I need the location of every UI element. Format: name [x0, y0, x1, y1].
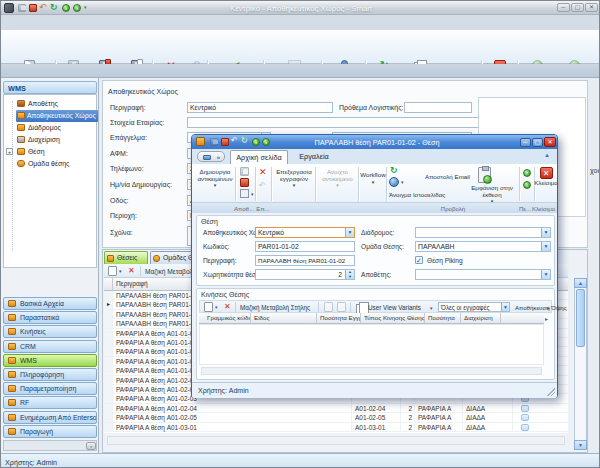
sidebar-section-header[interactable]: WMS [3, 81, 97, 94]
dialog-bulk-edit-button[interactable]: Μαζική Μεταβολή Στήλης [240, 304, 310, 311]
dialog-col-typos-kinisis[interactable]: Τύπος Κίνησης Θέσης [361, 313, 425, 324]
close-button[interactable]: ✕ [585, 3, 598, 12]
dialog-quick-forward-icon[interactable]: › [262, 138, 270, 146]
row-checkbox[interactable] [521, 424, 529, 431]
dialog-col-posotita-eggr[interactable]: Ποσότητα Εγγρ... [317, 313, 361, 324]
expander-plus-icon[interactable]: + [6, 148, 13, 155]
nav-button-vasika-arxeia[interactable]: Βασικά Αρχεία [3, 297, 97, 310]
dialog-paste-icon[interactable] [240, 189, 249, 198]
dialog-workflow-button[interactable]: Workflow▾ [360, 172, 386, 185]
dialog-grid-scroll-right-icon[interactable]: ▸ [545, 315, 548, 322]
dropdown-arrow-icon[interactable]: ▼ [501, 303, 509, 311]
chevron-down-icon[interactable]: ▾ [430, 305, 433, 311]
dialog-quick-save-user-icon[interactable] [221, 138, 229, 146]
perigrafi-field[interactable]: Κεντρικό [187, 102, 333, 113]
vertical-scrollbar[interactable]: ▲ ▼ [574, 278, 587, 450]
uvv-pages-icon[interactable] [356, 302, 365, 312]
tree-item-omada-thesis[interactable]: Ομάδα θέσης [28, 158, 98, 170]
tree-item-diaxeirisi[interactable]: Διαχείριση [28, 134, 98, 146]
nav-button-kiniseis[interactable]: Κινήσεις [3, 325, 97, 338]
dialog-email-button[interactable]: Αποστολή Email [425, 173, 470, 180]
dialog-refresh-icon[interactable]: ↻ [390, 165, 398, 175]
dialog-tab-home[interactable]: Αρχική σελίδα [230, 150, 288, 164]
nav-button-parastatika[interactable]: Παραστατικά [3, 311, 97, 324]
row-checkbox[interactable] [521, 405, 529, 412]
dialog-quick-refresh-icon[interactable]: ↻ [241, 136, 248, 145]
dialog-app-menu-button[interactable]: » [197, 151, 225, 162]
dialog-col-barcode[interactable]: Γραμμικός κώδι... [199, 313, 251, 324]
table-row[interactable]: ΡΑΦΑΡΙΑ Α θέση A01-03-01A01-03-012ΡΑΦΑΡΙ… [104, 423, 568, 432]
dialog-undo-icon[interactable]: ↶ [259, 181, 266, 190]
tree-item-diadromos[interactable]: Διάδρομος [28, 122, 98, 134]
delete-row-icon[interactable]: ✕ [128, 266, 135, 275]
import-icon[interactable] [337, 302, 346, 312]
nav-button-paragogi[interactable]: Παραγωγή [3, 425, 97, 438]
dialog-new-row-icon[interactable] [204, 302, 213, 312]
grid-tab-theseis[interactable]: Θέσεις [104, 251, 148, 264]
scroll-up-button[interactable]: ▲ [574, 278, 587, 288]
xoros-combo[interactable]: Κεντρικό▼ [255, 227, 355, 238]
dialog-delete-row-icon[interactable]: ✕ [224, 302, 231, 311]
nav-button-enimerosi-entersoft[interactable]: Ενημέρωση Από Entersoft [3, 411, 97, 424]
quick-undo-icon[interactable]: ↶ [39, 2, 47, 12]
nav-button-parametropoiisi[interactable]: Παραμετροποίηση [3, 382, 97, 395]
table-row[interactable]: ΡΑΦΑΡΙΑ Α θέση A01-02-05A01-02-052ΡΑΦΑΡΙ… [104, 413, 568, 422]
new-row-dropdown-icon[interactable]: ▾ [119, 268, 122, 274]
restore-button[interactable]: ▢ [571, 3, 584, 12]
quick-forward-icon[interactable]: › [73, 4, 81, 12]
dialog-close-form-button[interactable]: ✕Κλείσιμο [536, 167, 556, 187]
omada-combo[interactable]: ΠΑΡΑΛΑΒΗ▼ [415, 241, 551, 252]
chevron-down-icon[interactable]: ▾ [251, 191, 254, 197]
dialog-delete-icon[interactable]: ✕ [259, 168, 267, 177]
dialog-close-button[interactable]: ✕ [544, 137, 556, 147]
dropdown-arrow-icon[interactable]: ▼ [345, 228, 354, 237]
quick-back-icon[interactable]: ‹ [62, 4, 70, 12]
prothema-field[interactable] [404, 102, 472, 113]
dialog-tab-tools[interactable]: Εργαλεία [292, 152, 336, 161]
tree-item-apothetis[interactable]: Αποθέτης [28, 98, 98, 110]
dialog-open-web-button[interactable]: Άνοιγμα Ιστοσελίδας [389, 191, 445, 198]
dialog-next-icon[interactable]: ↓ [523, 181, 531, 189]
dialog-create-button[interactable]: Δημιουργία αντικειμένων▾ [196, 169, 234, 189]
spinner-buttons[interactable]: ▲▼ [345, 270, 354, 279]
nav-button-crm[interactable]: CRM [3, 340, 97, 353]
tree-item-apothikeytikos-xoros[interactable]: Αποθηκευτικός Χώρος [16, 110, 98, 122]
dialog-grid-body[interactable] [199, 324, 544, 365]
dialog-save-close-icon[interactable] [240, 178, 249, 187]
apothetis-combo[interactable]: ▼ [415, 269, 551, 280]
dropdown-arrow-icon[interactable]: ▼ [541, 242, 550, 251]
dialog-col-diaxeirisi[interactable]: Διαχείριση [461, 313, 501, 324]
dialog-minimize-button[interactable]: ─ [520, 138, 531, 147]
dialog-col-eidos[interactable]: Είδος [251, 313, 317, 324]
export-icon[interactable] [324, 302, 333, 312]
diadromos-combo[interactable]: ▼ [415, 227, 551, 238]
filter-combo[interactable]: Όλες οι εγγραφές▼ [438, 302, 510, 312]
clipboard-report-icon[interactable] [478, 167, 491, 183]
dialog-uvv-button[interactable]: User View Variants [368, 304, 421, 311]
minimize-button[interactable]: ─ [557, 3, 570, 12]
new-row-icon[interactable] [108, 266, 117, 276]
picking-checkbox[interactable]: ✓ [415, 256, 423, 264]
table-row[interactable]: ΡΑΦΑΡΙΑ Α θέση A01-02-04A01-02-042ΡΑΦΑΡΙ… [104, 404, 568, 413]
dialog-save-icon[interactable] [240, 167, 249, 176]
tree-item-thesi[interactable]: Θέση [28, 146, 98, 158]
app-icon[interactable] [4, 3, 14, 13]
sidebar-overflow-button[interactable]: › [86, 442, 96, 450]
dropdown-arrow-icon[interactable]: ▼ [541, 270, 550, 279]
kodikos-field[interactable]: PAR01-01-02 [255, 241, 355, 252]
chevron-down-icon[interactable]: ▾ [215, 304, 218, 310]
globe-icon[interactable] [389, 177, 399, 187]
dialog-titlebar[interactable]: ↶ ↻ ‹ › ΠΑΡΑΛΑΒΗ θέση PAR01-01-02 - Θέση… [192, 135, 557, 149]
scroll-thumb[interactable] [576, 289, 585, 347]
chevron-down-icon[interactable]: ▾ [401, 179, 404, 185]
quick-save-user-icon[interactable] [29, 4, 37, 12]
dialog-open-object-button[interactable]: Ανοιχτό αντικείμενο▾ [318, 169, 357, 189]
scroll-down-button[interactable]: ▼ [574, 440, 587, 450]
nav-button-wms-active[interactable]: WMS [3, 354, 97, 367]
resize-grip[interactable] [547, 388, 555, 396]
quick-access-dropdown-icon[interactable]: ▾ [84, 4, 87, 10]
dropdown-arrow-icon[interactable]: ▼ [541, 228, 550, 237]
dialog-quick-back-icon[interactable]: ‹ [252, 138, 260, 146]
bulk-edit-button[interactable]: Μαζική Μεταβολ [145, 268, 193, 275]
dialog-prev-icon[interactable]: ↑ [523, 169, 531, 177]
